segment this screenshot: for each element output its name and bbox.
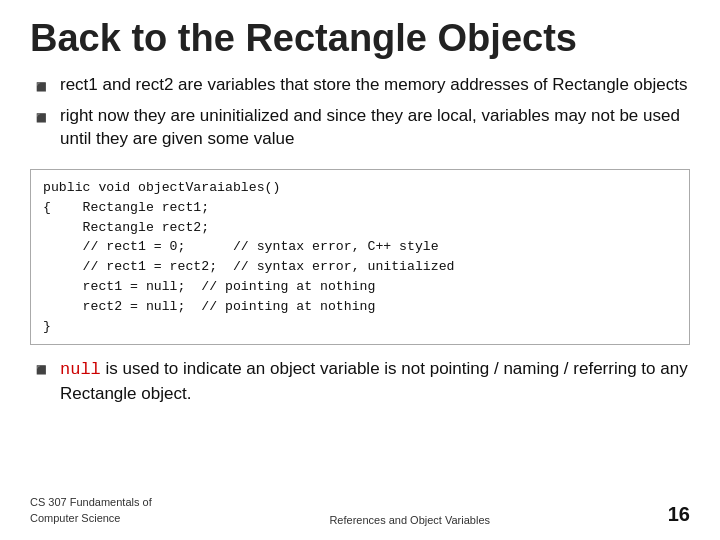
footer-left-line1: CS 307 Fundamentals of — [30, 495, 152, 510]
null-code: null — [60, 360, 101, 379]
slide: Back to the Rectangle Objects ◾ rect1 an… — [0, 0, 720, 540]
bullet-diamond-2: ◾ — [30, 106, 52, 130]
bullet-text-2: right now they are uninitialized and sin… — [60, 105, 690, 151]
bullet-list: ◾ rect1 and rect2 are variables that sto… — [30, 74, 690, 157]
code-line-3: Rectangle rect2; — [43, 220, 209, 235]
code-line-8: } — [43, 319, 51, 334]
code-line-7: rect2 = null; // pointing at nothing — [43, 299, 375, 314]
bottom-bullet: ◾ null is used to indicate an object var… — [30, 357, 690, 406]
footer-page-number: 16 — [668, 503, 690, 526]
bottom-bullet-content: null is used to indicate an object varia… — [60, 357, 690, 406]
footer-center: References and Object Variables — [329, 514, 490, 526]
footer-left: CS 307 Fundamentals of Computer Science — [30, 495, 152, 526]
code-line-5: // rect1 = rect2; // syntax error, uniti… — [43, 259, 455, 274]
bottom-bullet-text: is used to indicate an object variable i… — [60, 359, 688, 403]
code-line-1: public void objectVaraiables() — [43, 180, 280, 195]
footer-left-line2: Computer Science — [30, 511, 152, 526]
bullet-item-1: ◾ rect1 and rect2 are variables that sto… — [30, 74, 690, 99]
slide-title: Back to the Rectangle Objects — [30, 18, 690, 60]
bullet-item-2: ◾ right now they are uninitialized and s… — [30, 105, 690, 151]
bottom-bullet-diamond: ◾ — [30, 358, 52, 383]
code-block: public void objectVaraiables() { Rectang… — [30, 169, 690, 345]
footer: CS 307 Fundamentals of Computer Science … — [30, 489, 690, 526]
code-line-4: // rect1 = 0; // syntax error, C++ style — [43, 239, 439, 254]
bullet-text-1: rect1 and rect2 are variables that store… — [60, 74, 687, 97]
code-line-6: rect1 = null; // pointing at nothing — [43, 279, 375, 294]
bullet-diamond-1: ◾ — [30, 75, 52, 99]
code-line-2: { Rectangle rect1; — [43, 200, 209, 215]
